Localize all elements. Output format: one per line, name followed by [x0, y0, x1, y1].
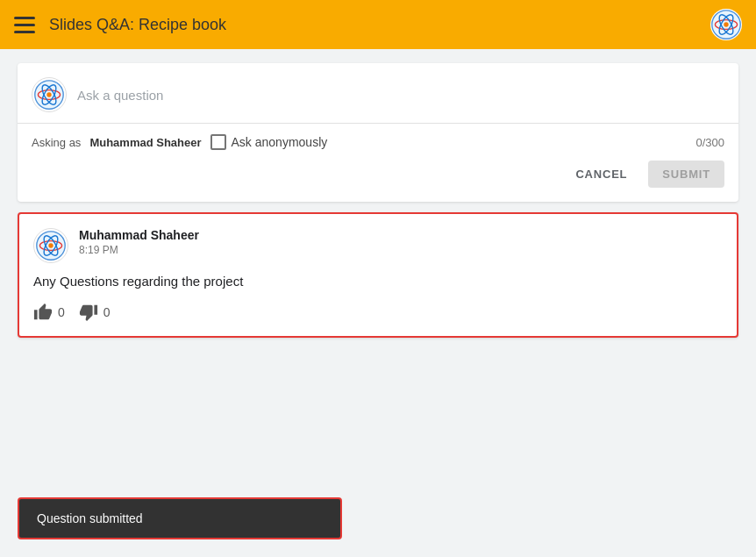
asking-as-username: Muhammad Shaheer [89, 136, 201, 149]
ask-placeholder[interactable]: Ask a question [77, 88, 724, 103]
atom-icon-post [35, 230, 67, 261]
submit-button[interactable]: SUBMIT [648, 161, 724, 188]
thumbs-down-button[interactable]: 0 [79, 303, 111, 322]
app-bar-avatar[interactable] [710, 9, 742, 40]
svg-point-4 [724, 22, 728, 26]
anonymous-label[interactable]: Ask anonymously [232, 135, 328, 149]
question-card: Ask a question Asking as Muhammad Shahee… [18, 63, 738, 202]
svg-point-9 [46, 92, 51, 96]
post-username: Muhammad Shaheer [79, 228, 199, 242]
anonymous-check: Ask anonymously [210, 134, 328, 150]
svg-point-14 [48, 243, 53, 247]
main-content: Ask a question Asking as Muhammad Shahee… [0, 49, 756, 352]
asking-as-row: Asking as Muhammad Shaheer Ask anonymous… [32, 134, 327, 150]
char-count: 0/300 [695, 136, 724, 149]
thumbs-down-count: 0 [103, 305, 111, 319]
vote-row: 0 0 [33, 303, 723, 322]
cancel-button[interactable]: CANCEL [561, 161, 641, 188]
menu-icon[interactable] [14, 14, 35, 35]
user-avatar-ask [32, 77, 67, 112]
asking-as-label: Asking as [32, 136, 81, 149]
atom-icon-ask [33, 79, 65, 111]
toast-message: Question submitted [37, 511, 143, 525]
thumbs-up-icon [33, 303, 53, 322]
atom-avatar-icon [710, 9, 742, 40]
app-bar: Slides Q&A: Recipe book [0, 0, 756, 49]
post-time: 8:19 PM [79, 244, 199, 256]
action-buttons: CANCEL SUBMIT [32, 150, 724, 188]
post-user-avatar [33, 228, 68, 263]
options-row: Asking as Muhammad Shaheer Ask anonymous… [32, 124, 724, 150]
thumbs-down-icon [79, 303, 98, 322]
post-user-info: Muhammad Shaheer 8:19 PM [79, 228, 199, 256]
post-header: Muhammad Shaheer 8:19 PM [33, 228, 723, 263]
toast-notification: Question submitted [18, 497, 342, 539]
ask-row: Ask a question [32, 77, 724, 123]
app-title: Slides Q&A: Recipe book [49, 16, 226, 34]
anonymous-checkbox[interactable] [210, 134, 226, 150]
app-bar-left: Slides Q&A: Recipe book [14, 14, 226, 35]
thumbs-up-count: 0 [58, 305, 65, 319]
post-card: Muhammad Shaheer 8:19 PM Any Questions r… [18, 212, 738, 338]
thumbs-up-button[interactable]: 0 [33, 303, 65, 322]
post-question-text: Any Questions regarding the project [33, 274, 723, 289]
